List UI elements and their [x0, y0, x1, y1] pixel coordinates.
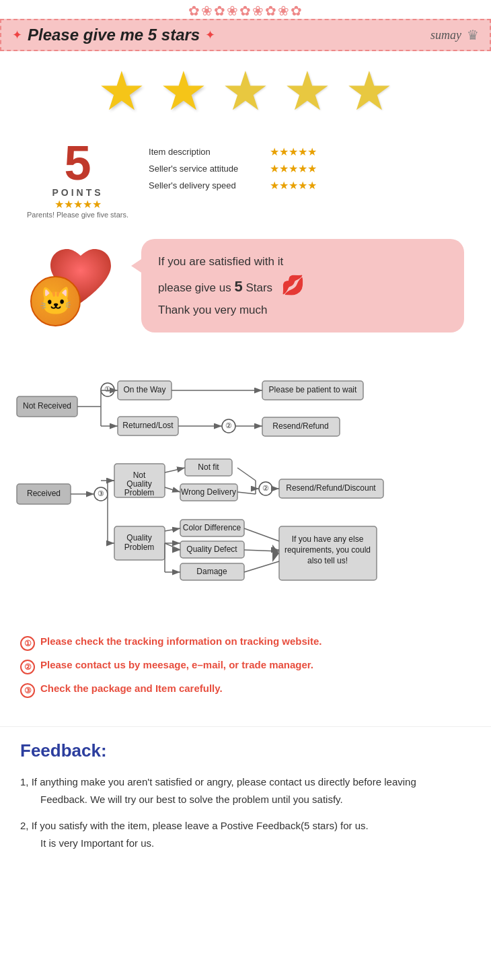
feedback-text-2: 2, If you satisfy with the item, please …	[20, 820, 369, 831]
speech-bubble: If you are satisfied with it please give…	[141, 239, 464, 332]
svg-line-26	[244, 528, 279, 541]
circle-1-text: ①	[104, 385, 111, 393]
svg-line-15	[237, 468, 256, 481]
label-returned-lost: Returned/Lost	[122, 421, 174, 430]
feedback-indent-1: Feedback. We will try our best to solve …	[20, 791, 471, 808]
label-else-req-1: If you have any else	[292, 534, 364, 544]
mascot-area: 🐱	[27, 242, 128, 330]
notes-section: ① Please check the tracking information …	[0, 629, 491, 720]
points-stars: ★★★★★	[54, 198, 102, 211]
stars-section: ★ ★ ★ ★ ★	[0, 51, 491, 132]
crown-icon: ♛	[467, 27, 479, 43]
brand-name: sumay	[430, 28, 461, 42]
note-circle-3: ③	[20, 683, 35, 698]
lips-icon: 💋	[281, 271, 305, 301]
rating-stars-3: ★★★★★	[270, 179, 317, 192]
star-3: ★	[221, 65, 270, 118]
bubble-text: If you are satisfied with it please give…	[158, 252, 447, 319]
note-text-1: Please check the tracking information on…	[40, 635, 322, 647]
svg-line-28	[244, 561, 279, 572]
flowchart-svg: .fc-rect { fill: #d8d8d8; stroke: #888; …	[13, 353, 478, 615]
rating-stars-2: ★★★★★	[270, 162, 317, 175]
points-section: 5 POINTS ★★★★★ Parents! Please give five…	[0, 132, 491, 225]
feedback-title: Feedback:	[20, 740, 471, 761]
label-rrd: Resend/Refund/Discount	[286, 483, 376, 493]
star-4: ★	[283, 65, 332, 118]
note-text-2: Please contact us by meesage, e–mail, or…	[40, 659, 313, 670]
points-left: 5 POINTS ★★★★★ Parents! Please give five…	[27, 139, 128, 219]
svg-line-20	[165, 528, 180, 531]
label-color-diff: Color Difference	[183, 523, 241, 532]
star-1: ★	[98, 65, 146, 118]
label-wrong-delivery: Wrong Delivery	[181, 487, 236, 497]
label-else-req-3: also tell us!	[307, 556, 348, 565]
star-5: ★	[345, 65, 393, 118]
label-received: Received	[27, 489, 61, 498]
feedback-text-1: 1, If anything make you aren't satisfied…	[20, 776, 416, 788]
circle-3-text: ③	[98, 489, 104, 497]
label-resend-refund: Resend/Refund	[272, 421, 328, 431]
label-not-quality: Not	[133, 470, 146, 480]
svg-line-14	[165, 487, 180, 492]
label-not-received: Not Received	[23, 401, 71, 411]
note-item-1: ① Please check the tracking information …	[20, 635, 471, 651]
note-item-3: ③ Check the package and Item carefully.	[20, 682, 471, 698]
rating-stars-1: ★★★★★	[270, 145, 317, 158]
label-else-req-2: requirements, you could	[285, 545, 371, 555]
star-2: ★	[159, 65, 208, 118]
points-subtitle: Parents! Please give five stars.	[27, 211, 128, 219]
header-star-left: ✦	[12, 28, 22, 42]
header-title: Please give me 5 stars	[28, 26, 200, 44]
points-label: POINTS	[52, 187, 103, 198]
note-circle-1: ①	[20, 636, 35, 651]
points-number: 5	[64, 139, 91, 187]
label-damage: Damage	[196, 567, 227, 576]
rating-row-1: Item description ★★★★★	[149, 145, 317, 158]
header-banner: ✦ Please give me 5 stars ✦ sumay ♛	[0, 19, 491, 51]
rating-label-1: Item description	[149, 147, 256, 157]
feedback-section: Feedback: 1, If anything make you aren't…	[0, 726, 491, 874]
note-text-3: Check the package and Item carefully.	[40, 682, 223, 694]
svg-line-13	[165, 468, 185, 473]
note-item-2: ② Please contact us by meesage, e–mail, …	[20, 659, 471, 674]
label-not-quality-2: Quality	[126, 479, 151, 489]
label-quality-defect: Quality Defect	[186, 545, 237, 554]
label-not-quality-3: Problem	[124, 488, 155, 497]
rating-row-3: Seller's delivery speed ★★★★★	[149, 179, 317, 192]
feedback-item-1: 1, If anything make you aren't satisfied…	[20, 773, 471, 808]
svg-line-16	[237, 492, 256, 494]
satisfaction-section: 🐱 If you are satisfied with it please gi…	[0, 225, 491, 346]
label-on-the-way: On the Way	[124, 385, 166, 394]
decorative-top: ✿❀✿❀✿❀✿❀✿	[0, 0, 491, 19]
flowchart-section: .fc-rect { fill: #d8d8d8; stroke: #888; …	[0, 346, 491, 629]
ratings-list: Item description ★★★★★ Seller's service …	[149, 139, 317, 192]
svg-marker-30	[272, 545, 279, 562]
rating-label-2: Seller's service attitude	[149, 164, 256, 174]
label-quality-1: Quality	[126, 533, 151, 542]
feedback-item-2: 2, If you satisfy with the item, please …	[20, 817, 471, 851]
feedback-indent-2: It is very Important for us.	[20, 835, 471, 852]
header-star-right: ✦	[205, 28, 215, 42]
circle-2-bottom-text: ②	[262, 484, 269, 492]
note-circle-2: ②	[20, 660, 35, 674]
label-not-fit: Not fit	[198, 462, 219, 472]
circle-2-top-text: ②	[225, 421, 232, 429]
svg-line-21	[165, 543, 180, 550]
rating-row-2: Seller's service attitude ★★★★★	[149, 162, 317, 175]
label-patient-wait: Please be patient to wait	[269, 385, 357, 394]
rating-label-3: Seller's delivery speed	[149, 180, 256, 190]
label-quality-2: Problem	[124, 542, 155, 552]
